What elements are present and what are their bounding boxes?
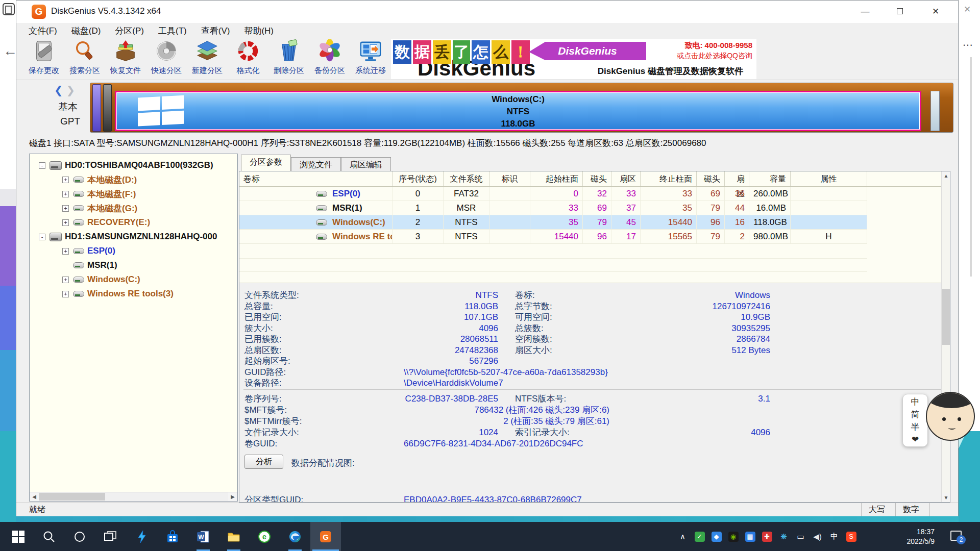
- column-header-11[interactable]: 属性: [791, 171, 867, 186]
- banner-qq-link[interactable]: 或点击此处选择QQ咨询: [677, 52, 752, 61]
- toolbar-button-delete-partition[interactable]: 删除分区: [268, 39, 309, 79]
- tray-chevron-icon[interactable]: ∧: [675, 522, 691, 551]
- column-header-9[interactable]: 扇区: [725, 171, 749, 186]
- minimize-button[interactable]: —: [853, 1, 877, 23]
- sidebar-tray-icon[interactable]: ▭: [793, 522, 808, 551]
- taskbar-app-word[interactable]: W: [188, 522, 218, 551]
- disk-nav-arrows[interactable]: ❮ ❯: [54, 84, 75, 96]
- column-header-0[interactable]: 卷标: [239, 171, 393, 186]
- menu-item-3[interactable]: 工具(T): [158, 25, 187, 37]
- windows-c-partition-block[interactable]: Windows(C:) NTFS 118.0GB: [115, 91, 921, 131]
- tree-item-esp-0-[interactable]: +ESP(0): [30, 244, 237, 258]
- toolbar-button-new-partition[interactable]: 新建分区: [187, 39, 228, 79]
- ime-status-box[interactable]: 中简半❤: [902, 394, 928, 447]
- taskbar-app-explorer[interactable]: [218, 522, 249, 551]
- cortana-icon[interactable]: [65, 522, 94, 551]
- snowflake-icon[interactable]: ❋: [776, 522, 792, 551]
- prev-disk-arrow-icon[interactable]: ❮: [54, 84, 63, 96]
- toolbar-button-system-migrate[interactable]: 系统迁移: [350, 39, 391, 79]
- expand-icon[interactable]: +: [62, 219, 69, 226]
- volume-icon[interactable]: ◀): [810, 522, 825, 551]
- defender-icon[interactable]: ✓: [692, 522, 707, 551]
- tab-1[interactable]: 浏览文件: [291, 157, 341, 171]
- security-icon[interactable]: ✚: [759, 522, 775, 551]
- expand-icon[interactable]: +: [62, 191, 69, 197]
- next-disk-arrow-icon[interactable]: ❯: [66, 84, 75, 96]
- ime-mode-icon[interactable]: 中: [826, 522, 842, 551]
- tree-item-recovery-e-[interactable]: +RECOVERY(E:): [30, 215, 237, 230]
- expand-icon[interactable]: +: [62, 205, 69, 212]
- sogou-icon[interactable]: S: [843, 522, 859, 551]
- action-center-button[interactable]: 2: [945, 522, 971, 551]
- table-row-esp-0-[interactable]: ESP(0)0FAT3203233336936260.0MB: [239, 187, 867, 201]
- collapse-icon[interactable]: -: [39, 162, 45, 169]
- scroll-left-arrow-icon[interactable]: ◀: [30, 492, 39, 501]
- scroll-up-arrow-icon[interactable]: ▲: [942, 171, 950, 180]
- tree-item--d-[interactable]: +本地磁盘(D:): [30, 172, 237, 187]
- expand-icon[interactable]: +: [62, 277, 69, 283]
- nvidia-icon[interactable]: ◉: [725, 522, 741, 551]
- tab-2[interactable]: 扇区编辑: [341, 157, 391, 171]
- tree-item--g-[interactable]: +本地磁盘(G:): [30, 201, 237, 215]
- tree-item-msr-1-[interactable]: MSR(1): [30, 258, 237, 272]
- msr-partition-strip[interactable]: [103, 84, 112, 132]
- expand-icon[interactable]: +: [62, 177, 69, 183]
- table-row-msr-1-[interactable]: MSR(1)1MSR33693735794416.0MB: [239, 201, 867, 215]
- toolbar-button-save[interactable]: 保存更改: [23, 39, 64, 79]
- column-header-10[interactable]: 容量: [749, 171, 791, 186]
- re-tools-partition-strip[interactable]: [930, 91, 940, 131]
- column-header-6[interactable]: 扇区: [611, 171, 641, 186]
- column-header-8[interactable]: 磁头: [697, 171, 725, 186]
- details-vertical-scrollbar[interactable]: ▲ ▼: [941, 171, 950, 502]
- toolbar-button-recover-files[interactable]: 恢复文件: [105, 39, 146, 79]
- column-header-3[interactable]: 标识: [489, 171, 530, 186]
- back-arrow-icon[interactable]: ←: [3, 43, 17, 59]
- qq-icon[interactable]: ▤: [742, 522, 758, 551]
- menu-item-1[interactable]: 磁盘(D): [71, 25, 101, 37]
- maximize-button[interactable]: [888, 1, 912, 23]
- tab-0[interactable]: 分区参数: [241, 155, 291, 171]
- column-header-1[interactable]: 序号(状态): [393, 171, 444, 186]
- tree-scrollbar-thumb[interactable]: [39, 493, 105, 500]
- taskbar-search-icon[interactable]: [35, 522, 63, 551]
- column-header-2[interactable]: 文件系统: [444, 171, 489, 186]
- expand-icon[interactable]: +: [62, 291, 69, 297]
- close-button[interactable]: ✕: [924, 1, 947, 23]
- taskbar-clock[interactable]: 18:37 2022/5/9: [886, 522, 935, 551]
- taskbar-app-bolt-app[interactable]: [127, 522, 157, 551]
- esp-partition-strip[interactable]: [92, 84, 101, 132]
- taskview-icon[interactable]: [96, 522, 125, 551]
- taskbar-app-diskgenius-taskbar[interactable]: G: [310, 522, 341, 551]
- column-header-5[interactable]: 磁头: [583, 171, 611, 186]
- tree-item-windows-re-tools-3-[interactable]: +Windows RE tools(3): [30, 287, 237, 301]
- shield-blue-icon[interactable]: ◆: [708, 522, 724, 551]
- table-row-windows-c-[interactable]: Windows(C:)2NTFS357945154409616118.0GB: [239, 215, 867, 230]
- toolbar-button-search-partition[interactable]: 搜索分区: [64, 39, 105, 79]
- tree-item-hd0-toshibamq04abf100-932gb-[interactable]: -HD0:TOSHIBAMQ04ABF100(932GB): [30, 158, 237, 172]
- menu-item-5[interactable]: 帮助(H): [244, 25, 274, 37]
- tree-item-hd1-samsungmznln128hahq-000[interactable]: -HD1:SAMSUNGMZNLN128HAHQ-000: [30, 230, 237, 244]
- tree-item-windows-c-[interactable]: +Windows(C:): [30, 272, 237, 287]
- scroll-down-arrow-icon[interactable]: ▼: [942, 493, 950, 502]
- menu-item-4[interactable]: 查看(V): [201, 25, 230, 37]
- column-header-7[interactable]: 终止柱面: [641, 171, 697, 186]
- scroll-right-arrow-icon[interactable]: ▶: [228, 492, 237, 501]
- expand-icon[interactable]: +: [62, 248, 69, 255]
- tree-horizontal-scrollbar[interactable]: ◀ ▶: [30, 492, 237, 501]
- taskbar-app-store[interactable]: [157, 522, 188, 551]
- toolbar-button-quick-partition[interactable]: 快速分区: [146, 39, 187, 79]
- collapse-icon[interactable]: -: [39, 234, 45, 240]
- taskbar-app-browser360[interactable]: e: [249, 522, 280, 551]
- taskbar-app-edge[interactable]: [280, 522, 310, 551]
- toolbar-button-format[interactable]: 格式化: [228, 39, 268, 79]
- column-header-4[interactable]: 起始柱面: [530, 171, 583, 186]
- table-row-windows-re-tools-3-[interactable]: Windows RE tools(3)3NTFS1544096171556579…: [239, 230, 867, 244]
- menu-item-2[interactable]: 分区(P): [115, 25, 144, 37]
- analyze-button[interactable]: 分析: [244, 455, 283, 469]
- toolbar-button-backup-partition[interactable]: 备份分区: [309, 39, 350, 79]
- details-scrollbar-thumb[interactable]: [942, 289, 950, 345]
- tree-item--f-[interactable]: +本地磁盘(F:): [30, 187, 237, 201]
- start-icon[interactable]: [4, 522, 33, 551]
- menu-item-0[interactable]: 文件(F): [29, 25, 57, 37]
- ad-banner[interactable]: DiskGenius 数据丢了怎么！ DiskGenius 致电: 400-00…: [391, 39, 756, 79]
